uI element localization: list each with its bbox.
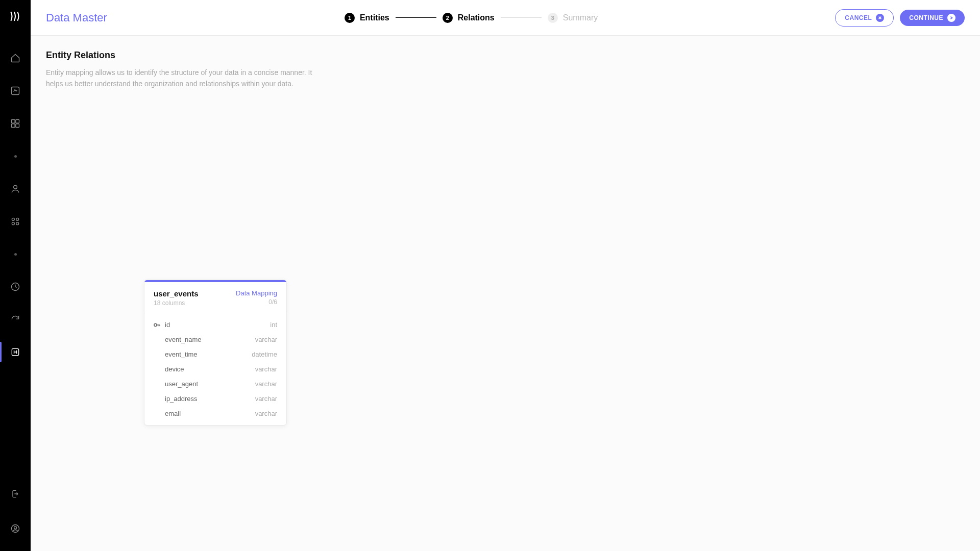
svg-rect-2 [16, 120, 19, 123]
step-num: 3 [548, 13, 558, 23]
nav-home[interactable] [0, 51, 31, 65]
nav-tables[interactable] [0, 116, 31, 131]
app-logo-icon[interactable] [6, 7, 24, 26]
column-name: device [154, 365, 184, 373]
close-icon [876, 14, 884, 22]
mapping-progress: 0/6 [236, 298, 277, 306]
nav-dashboard[interactable] [0, 84, 31, 98]
svg-rect-4 [16, 124, 19, 128]
nav-logout[interactable] [0, 487, 31, 501]
column-name: ip_address [154, 395, 198, 403]
step-label: Relations [458, 13, 495, 22]
cancel-button[interactable]: CANCEL [835, 9, 894, 27]
nav-integrations[interactable] [0, 214, 31, 229]
key-icon [154, 322, 161, 328]
svg-point-13 [14, 527, 17, 529]
header: Data Master 1 Entities 2 Relations 3 Sum… [31, 0, 980, 36]
sidebar [0, 0, 31, 551]
column-type: varchar [255, 336, 277, 343]
step-label: Entities [360, 13, 389, 22]
column-type: varchar [255, 380, 277, 388]
column-name: event_time [154, 350, 198, 358]
stepper: 1 Entities 2 Relations 3 Summary [117, 13, 825, 23]
step-num: 2 [443, 13, 453, 23]
column-name: user_agent [154, 380, 198, 388]
nav-activity[interactable] [0, 280, 31, 294]
step-connector [501, 17, 542, 18]
step-num: 1 [345, 13, 355, 23]
entity-name: user_events [154, 289, 199, 298]
header-actions: CANCEL CONTINUE [835, 9, 965, 27]
svg-rect-0 [12, 87, 19, 95]
column-row[interactable]: idint [144, 317, 286, 332]
nav-refresh[interactable] [0, 312, 31, 327]
svg-rect-3 [12, 124, 15, 128]
column-type: varchar [255, 410, 277, 417]
column-type: int [270, 321, 277, 329]
section-desc: Entity mapping allows us to identify the… [46, 67, 322, 90]
cancel-label: CANCEL [845, 14, 872, 21]
column-name: id [154, 321, 170, 329]
column-row[interactable]: user_agentvarchar [144, 377, 286, 391]
step-connector [396, 17, 436, 18]
column-type: varchar [255, 395, 277, 403]
svg-point-5 [14, 185, 17, 189]
svg-point-7 [16, 218, 19, 220]
column-row[interactable]: ip_addressvarchar [144, 391, 286, 406]
svg-point-9 [16, 222, 19, 225]
entity-columns: idintevent_namevarcharevent_timedatetime… [144, 313, 286, 425]
column-row[interactable]: devicevarchar [144, 362, 286, 377]
column-name: email [154, 410, 181, 417]
svg-point-6 [12, 218, 14, 220]
entity-header: user_events 18 columns Data Mapping 0/6 [144, 282, 286, 313]
svg-point-14 [154, 323, 157, 326]
main: Data Master 1 Entities 2 Relations 3 Sum… [31, 0, 980, 551]
step-relations[interactable]: 2 Relations [443, 13, 495, 23]
column-row[interactable]: event_timedatetime [144, 347, 286, 362]
column-row[interactable]: event_namevarchar [144, 332, 286, 347]
svg-point-8 [12, 222, 14, 225]
nav-separator-1 [0, 149, 31, 163]
entity-card[interactable]: user_events 18 columns Data Mapping 0/6 … [144, 280, 287, 425]
data-mapping-link[interactable]: Data Mapping [236, 289, 277, 297]
entity-column-count: 18 columns [154, 299, 199, 307]
content: Entity Relations Entity mapping allows u… [31, 36, 980, 551]
column-type: datetime [252, 350, 277, 358]
step-label: Summary [563, 13, 598, 22]
arrow-right-icon [947, 14, 955, 22]
section-title: Entity Relations [46, 50, 965, 61]
column-type: varchar [255, 365, 277, 373]
nav-separator-2 [0, 247, 31, 261]
continue-button[interactable]: CONTINUE [900, 10, 965, 26]
svg-rect-1 [12, 120, 15, 123]
app-title: Data Master [46, 11, 107, 24]
column-row[interactable]: emailvarchar [144, 406, 286, 421]
nav-bottom [0, 487, 31, 551]
nav-users[interactable] [0, 182, 31, 196]
step-summary[interactable]: 3 Summary [548, 13, 598, 23]
step-entities[interactable]: 1 Entities [345, 13, 389, 23]
nav-items [0, 51, 31, 487]
continue-label: CONTINUE [909, 14, 943, 21]
column-name: event_name [154, 336, 202, 343]
nav-data-master[interactable] [0, 345, 31, 359]
nav-account[interactable] [0, 521, 31, 536]
